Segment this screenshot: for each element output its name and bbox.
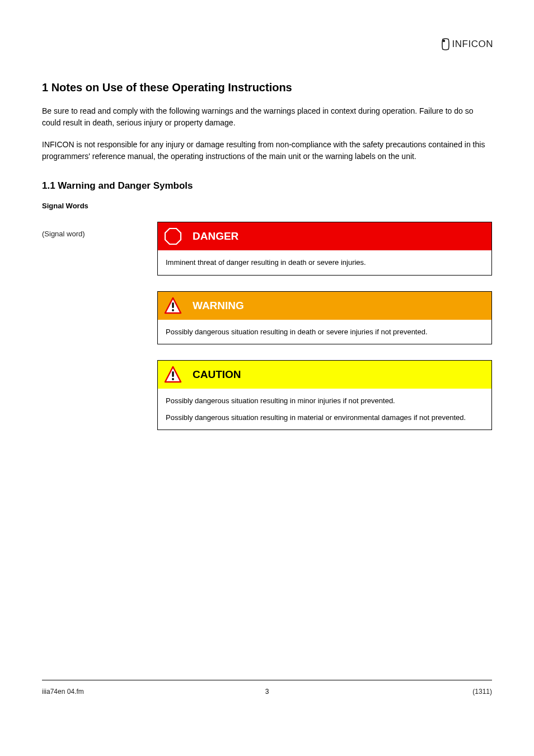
caution-body-line-1: Possibly dangerous situation resulting i… <box>166 395 484 407</box>
danger-notice-wrap: (Signal word) DANGER Imminent threat of … <box>42 222 492 276</box>
footer-rule <box>42 680 492 680</box>
svg-rect-2 <box>172 302 174 308</box>
brand-name: INFICON <box>452 39 493 50</box>
brand-logo: INFICON <box>441 38 493 50</box>
danger-title: DANGER <box>193 230 238 242</box>
danger-notice: DANGER Imminent threat of danger resulti… <box>157 222 492 276</box>
warning-header: WARNING <box>158 292 491 320</box>
danger-header: DANGER <box>158 222 491 250</box>
signal-word-side-label: (Signal word) <box>42 230 85 238</box>
intro-paragraph-1: Be sure to read and comply with the foll… <box>42 105 492 129</box>
svg-point-0 <box>442 40 444 42</box>
page-content: 1 Notes on Use of these Operating Instru… <box>42 64 492 446</box>
svg-rect-4 <box>172 371 174 377</box>
caution-body: Possibly dangerous situation resulting i… <box>158 389 491 430</box>
caution-title: CAUTION <box>193 368 241 381</box>
section-heading: 1 Notes on Use of these Operating Instru… <box>42 81 492 94</box>
svg-point-5 <box>172 378 174 380</box>
warning-notice-wrap: WARNING Possibly dangerous situation res… <box>42 291 492 345</box>
warning-notice: WARNING Possibly dangerous situation res… <box>157 291 492 345</box>
caution-triangle-icon <box>163 365 182 384</box>
stop-octagon-icon <box>163 227 182 246</box>
signal-words-label: Signal Words <box>42 202 154 210</box>
danger-body: Imminent threat of danger resulting in d… <box>158 250 491 275</box>
caution-notice: CAUTION Possibly dangerous situation res… <box>157 360 492 430</box>
caution-body-line-2: Possibly dangerous situation resulting i… <box>166 412 484 423</box>
inficon-logo-icon <box>441 38 450 50</box>
warning-body: Possibly dangerous situation resulting i… <box>158 320 491 344</box>
intro-paragraph-2: INFICON is not responsible for any injur… <box>42 139 492 162</box>
signal-words-row: Signal Words <box>42 202 492 212</box>
warning-triangle-icon <box>163 296 182 315</box>
caution-notice-wrap: CAUTION Possibly dangerous situation res… <box>42 360 492 430</box>
subsection-heading: 1.1 Warning and Danger Symbols <box>42 180 492 192</box>
warning-title: WARNING <box>193 300 244 312</box>
svg-marker-1 <box>165 228 181 244</box>
caution-header: CAUTION <box>158 361 491 389</box>
page-number: 3 <box>0 688 534 696</box>
svg-point-3 <box>172 309 174 311</box>
